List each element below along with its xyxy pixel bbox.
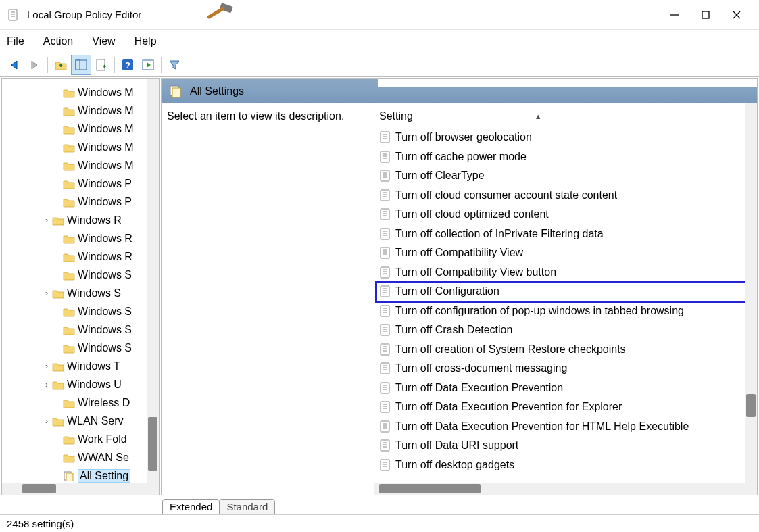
expander-icon[interactable]: › <box>41 288 52 299</box>
setting-item[interactable]: Turn off Crash Detection <box>379 320 757 340</box>
svg-rect-11 <box>76 60 80 70</box>
tree[interactable]: Windows MWindows MWindows MWindows MWind… <box>2 79 159 495</box>
expander-icon[interactable]: › <box>41 215 52 226</box>
tree-item[interactable]: Windows S <box>3 339 159 357</box>
setting-item[interactable]: Turn off Compatibility View button <box>379 263 757 283</box>
left-horizontal-scrollbar[interactable] <box>2 483 147 495</box>
right-horizontal-scrollbar[interactable] <box>374 483 745 495</box>
close-button[interactable] <box>721 0 752 30</box>
setting-item[interactable]: Turn off Data Execution Prevention for E… <box>379 397 757 417</box>
tree-item-label: Windows M <box>78 141 134 153</box>
tree-item-label: Windows R <box>78 251 132 263</box>
setting-label: Turn off Compatibility View button <box>395 266 556 279</box>
folder-icon <box>63 251 75 262</box>
setting-item[interactable]: Turn off Configuration <box>376 282 757 301</box>
expander-icon[interactable]: › <box>41 379 52 390</box>
setting-label: Turn off Crash Detection <box>395 324 512 336</box>
tree-item[interactable]: Windows M <box>3 83 159 101</box>
tree-item[interactable]: WWAN Se <box>3 448 159 466</box>
setting-item[interactable]: Turn off Data URI support <box>379 436 757 456</box>
left-vertical-scrollbar[interactable] <box>147 79 159 495</box>
policy-icon <box>379 439 391 452</box>
help-button[interactable]: ? <box>118 55 138 75</box>
tab-extended[interactable]: Extended <box>162 499 220 514</box>
svg-rect-64 <box>381 344 389 355</box>
folder-icon <box>63 452 75 463</box>
folder-icon <box>52 288 64 299</box>
folder-icon <box>63 470 75 481</box>
setting-label: Turn off cache power mode <box>395 151 527 163</box>
tree-item[interactable]: ›Windows S <box>3 284 159 302</box>
svg-rect-20 <box>381 132 389 143</box>
expander-icon[interactable]: › <box>41 361 52 372</box>
minimize-button[interactable] <box>659 0 690 30</box>
setting-item[interactable]: Turn off creation of System Restore chec… <box>379 340 757 360</box>
tree-item[interactable]: Windows M <box>3 138 159 156</box>
menu-file[interactable]: File <box>7 35 24 47</box>
tree-item[interactable]: ›WLAN Serv <box>3 412 159 430</box>
setting-column-header[interactable]: Setting ▲ <box>379 107 757 125</box>
settings-list[interactable]: Setting ▲ Turn off browser geolocationTu… <box>374 103 757 483</box>
menu-view[interactable]: View <box>92 35 115 47</box>
tree-item[interactable]: All Setting <box>3 466 159 485</box>
tree-item[interactable]: Wireless D <box>3 393 159 412</box>
forward-button[interactable] <box>24 55 45 75</box>
setting-label: Turn off Data URI support <box>395 439 518 452</box>
tree-item[interactable]: ›Windows U <box>3 375 159 393</box>
setting-item[interactable]: Turn off Compatibility View <box>379 243 757 263</box>
expander-icon[interactable]: › <box>41 416 52 427</box>
policy-icon <box>379 459 391 471</box>
setting-item[interactable]: Turn off cross-document messaging <box>379 359 757 379</box>
up-one-level-button[interactable] <box>51 55 71 75</box>
expander-placeholder <box>52 233 63 244</box>
right-vertical-scrollbar[interactable] <box>745 103 757 495</box>
setting-item[interactable]: Turn off desktop gadgets <box>379 456 757 475</box>
tree-item-label: Windows U <box>67 379 122 391</box>
menu-action[interactable]: Action <box>43 35 73 47</box>
folder-icon <box>52 379 64 390</box>
show-hide-tree-button[interactable] <box>71 55 91 75</box>
expander-placeholder <box>52 397 63 408</box>
maximize-button[interactable] <box>690 0 721 30</box>
policy-icon <box>379 189 391 201</box>
setting-item[interactable]: Turn off configuration of pop-up windows… <box>379 301 757 321</box>
setting-item[interactable]: Turn off Data Execution Prevention <box>379 379 757 398</box>
tree-item[interactable]: Windows S <box>3 266 159 284</box>
setting-item[interactable]: Turn off ClearType <box>379 166 757 186</box>
back-button[interactable] <box>4 55 24 75</box>
setting-item[interactable]: Turn off cloud optimized content <box>379 205 757 224</box>
tree-item[interactable]: Windows R <box>3 229 159 247</box>
tab-standard[interactable]: Standard <box>219 499 275 514</box>
tree-item[interactable]: Windows S <box>3 320 159 339</box>
setting-label: Turn off cloud optimized content <box>395 208 549 220</box>
tree-item[interactable]: Windows M <box>3 120 159 138</box>
tree-item[interactable]: Windows S <box>3 302 159 320</box>
folder-icon <box>63 324 75 335</box>
setting-item[interactable]: Turn off cache power mode <box>379 147 757 167</box>
tree-item[interactable]: Windows R <box>3 247 159 266</box>
setting-item[interactable]: Turn off Data Execution Prevention for H… <box>379 417 757 437</box>
tree-item[interactable]: Windows P <box>3 193 159 211</box>
filter-button[interactable] <box>164 55 185 75</box>
setting-item[interactable]: Turn off browser geolocation <box>379 128 757 147</box>
tree-item-label: Windows M <box>78 105 134 117</box>
policy-icon <box>379 151 391 163</box>
tree-item[interactable]: Work Fold <box>3 430 159 448</box>
folder-icon <box>63 178 75 189</box>
tree-item[interactable]: Windows M <box>3 156 159 174</box>
tree-item[interactable]: Windows M <box>3 101 159 120</box>
toolbar: ? <box>0 53 759 76</box>
policy-icon <box>379 401 391 413</box>
setting-label: Turn off Data Execution Prevention for H… <box>395 420 689 433</box>
export-list-button[interactable] <box>91 55 112 75</box>
policy-options-button[interactable] <box>138 55 158 75</box>
tree-item[interactable]: Windows P <box>3 174 159 193</box>
setting-item[interactable]: Turn off cloud consumer account state co… <box>379 186 757 205</box>
folder-icon <box>52 416 64 427</box>
tree-item[interactable]: ›Windows T <box>3 357 159 375</box>
tree-item[interactable]: ›Windows R <box>3 211 159 229</box>
menu-help[interactable]: Help <box>134 35 157 47</box>
setting-item[interactable]: Turn off collection of InPrivate Filteri… <box>379 224 757 244</box>
svg-rect-48 <box>381 267 389 278</box>
expander-placeholder <box>52 434 63 445</box>
